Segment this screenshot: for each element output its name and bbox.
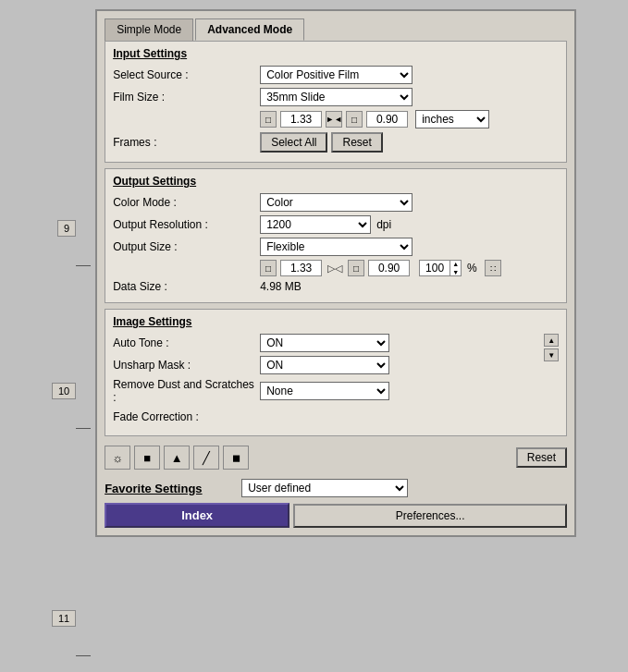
select-all-button[interactable]: Select All xyxy=(260,132,327,153)
out-height-icon: □ xyxy=(348,260,364,276)
main-panel: Simple Mode Advanced Mode Input Settings… xyxy=(95,9,576,537)
reset-frames-button[interactable]: Reset xyxy=(331,132,382,153)
unsharp-mask-label: Unsharp Mask : xyxy=(113,359,256,372)
output-size-row: Output Size : Flexible xyxy=(113,238,559,256)
auto-tone-row: Auto Tone : ON xyxy=(113,334,540,352)
brightness-icon[interactable]: ☼ xyxy=(105,446,130,470)
out-height-input[interactable] xyxy=(368,260,410,276)
height-input[interactable] xyxy=(366,111,408,128)
favorite-settings-label: Favorite Settings xyxy=(105,482,234,495)
link-arrows: ▷◁ xyxy=(327,263,342,275)
image-settings-content: Auto Tone : ON Unsharp Mask : ON Remove … xyxy=(113,334,559,426)
unsharp-mask-row: Unsharp Mask : ON xyxy=(113,356,540,374)
remove-dust-label: Remove Dust and Scratches : xyxy=(113,378,256,404)
percent-up-arrow[interactable]: ▲ xyxy=(450,260,461,268)
histogram-icon[interactable]: ▲ xyxy=(164,446,190,470)
output-size-dropdown[interactable]: Flexible xyxy=(260,238,413,256)
favorite-settings-row: Favorite Settings User defined xyxy=(105,479,567,497)
contrast-icon[interactable]: ■ xyxy=(134,446,160,470)
label-9: 9 xyxy=(57,220,76,237)
select-source-dropdown[interactable]: Color Positive Film xyxy=(260,66,413,84)
output-settings-title: Output Settings xyxy=(113,175,559,188)
data-size-value: 4.98 MB xyxy=(260,280,302,293)
data-size-row: Data Size : 4.98 MB xyxy=(113,280,559,293)
auto-tone-dropdown[interactable]: ON xyxy=(260,334,389,352)
scroll-up-arrow[interactable]: ▲ xyxy=(544,334,559,347)
frames-row: Frames : Select All Reset xyxy=(113,132,559,153)
unit-dropdown[interactable]: inches xyxy=(415,110,489,128)
film-size-row: Film Size : 35mm Slide xyxy=(113,88,559,106)
output-dimensions-row: □ ▷◁ □ ▲ ▼ % ∷ xyxy=(113,260,559,276)
input-settings-section: Input Settings Select Source : Color Pos… xyxy=(105,41,567,163)
remove-dust-dropdown[interactable]: None xyxy=(260,382,389,400)
select-source-row: Select Source : Color Positive Film xyxy=(113,66,559,84)
label-10: 10 xyxy=(52,383,76,399)
link-icon: ►◄ xyxy=(326,111,342,128)
height-icon: □ xyxy=(346,111,363,128)
output-res-label: Output Resolution : xyxy=(113,218,256,231)
width-input[interactable] xyxy=(280,111,322,128)
grid-icon[interactable]: ∷ xyxy=(485,260,501,276)
film-size-label: Film Size : xyxy=(113,91,256,104)
color-mode-dropdown[interactable]: Color xyxy=(260,193,413,212)
output-settings-section: Output Settings Color Mode : Color Outpu… xyxy=(105,168,567,303)
image-settings-title: Image Settings xyxy=(113,315,559,328)
label-11: 11 xyxy=(52,610,76,627)
preferences-button[interactable]: Preferences... xyxy=(293,504,567,528)
curves-icon[interactable]: ╱ xyxy=(193,446,219,470)
levels-icon[interactable]: ◼ xyxy=(223,446,249,470)
dpi-label: dpi xyxy=(376,218,391,231)
percent-input[interactable] xyxy=(420,262,449,275)
out-width-icon: □ xyxy=(260,260,277,276)
bottom-buttons: Index Preferences... xyxy=(105,503,567,528)
output-res-dropdown[interactable]: 1200 xyxy=(260,215,371,234)
dimensions-row: □ ►◄ □ inches xyxy=(113,110,559,128)
unsharp-mask-dropdown[interactable]: ON xyxy=(260,356,389,374)
input-settings-title: Input Settings xyxy=(113,47,559,60)
reset-image-button[interactable]: Reset xyxy=(516,447,567,468)
favorite-settings-dropdown[interactable]: User defined xyxy=(241,479,408,497)
fade-correction-row: Fade Correction : xyxy=(113,408,540,426)
color-mode-row: Color Mode : Color xyxy=(113,193,559,212)
out-width-input[interactable] xyxy=(280,260,322,276)
scroll-controls: ▲ ▼ xyxy=(544,334,559,361)
output-size-label: Output Size : xyxy=(113,240,256,253)
remove-dust-row: Remove Dust and Scratches : None xyxy=(113,378,540,404)
frames-label: Frames : xyxy=(113,136,256,149)
image-settings-rows: Auto Tone : ON Unsharp Mask : ON Remove … xyxy=(113,334,559,426)
fade-correction-label: Fade Correction : xyxy=(113,410,256,423)
auto-tone-label: Auto Tone : xyxy=(113,336,256,349)
image-toolbar: ☼ ■ ▲ ╱ ◼ Reset xyxy=(105,442,567,473)
index-button[interactable]: Index xyxy=(105,503,289,528)
select-source-label: Select Source : xyxy=(113,68,256,81)
scroll-down-arrow[interactable]: ▼ xyxy=(544,348,559,361)
tab-simple[interactable]: Simple Mode xyxy=(105,18,193,41)
tab-bar: Simple Mode Advanced Mode xyxy=(105,18,567,41)
output-res-row: Output Resolution : 1200 dpi xyxy=(113,215,559,234)
image-settings-section: Image Settings Auto Tone : ON Unsharp Ma… xyxy=(105,309,567,436)
data-size-label: Data Size : xyxy=(113,280,256,293)
percent-down-arrow[interactable]: ▼ xyxy=(450,268,461,276)
color-mode-label: Color Mode : xyxy=(113,196,256,209)
tab-advanced[interactable]: Advanced Mode xyxy=(195,18,304,41)
width-icon: □ xyxy=(260,111,277,128)
film-size-dropdown[interactable]: 35mm Slide xyxy=(260,88,413,106)
percent-symbol: % xyxy=(467,262,477,275)
